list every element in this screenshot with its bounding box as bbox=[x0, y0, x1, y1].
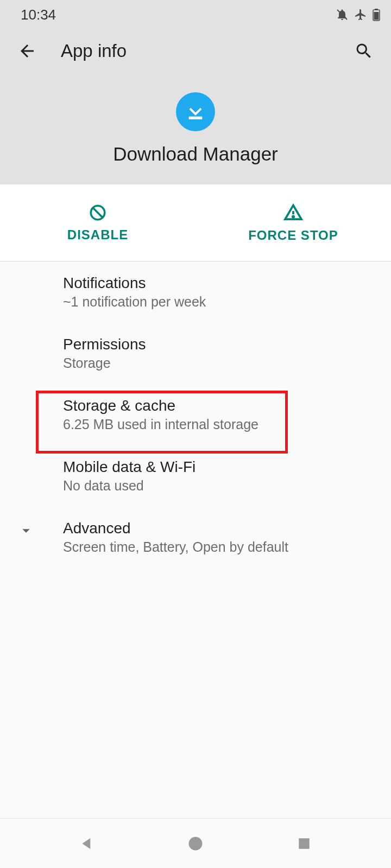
item-title: Advanced bbox=[63, 520, 380, 537]
item-title: Permissions bbox=[63, 336, 380, 353]
svg-rect-3 bbox=[374, 12, 379, 20]
item-title: Storage & cache bbox=[63, 397, 380, 414]
header-area: 10:34 App info Download Manager bbox=[0, 0, 391, 184]
list-item-storage[interactable]: Storage & cache 6.25 MB used in internal… bbox=[0, 384, 391, 445]
search-icon bbox=[354, 41, 374, 61]
status-time: 10:34 bbox=[11, 7, 56, 23]
force-stop-button[interactable]: FORCE STOP bbox=[195, 184, 391, 261]
disable-button[interactable]: DISABLE bbox=[0, 184, 195, 261]
status-bar: 10:34 bbox=[0, 0, 391, 29]
item-sub: No data used bbox=[63, 478, 380, 494]
action-row: DISABLE FORCE STOP bbox=[0, 184, 391, 261]
item-sub: Storage bbox=[63, 355, 380, 371]
warning-icon bbox=[283, 203, 303, 222]
disable-icon bbox=[89, 203, 107, 222]
item-title: Notifications bbox=[63, 275, 380, 292]
item-sub: ~1 notification per week bbox=[63, 294, 380, 310]
arrow-left-icon bbox=[17, 41, 37, 61]
nav-home-button[interactable] bbox=[179, 827, 212, 860]
disable-label: DISABLE bbox=[67, 227, 128, 242]
list-item-permissions[interactable]: Permissions Storage bbox=[0, 323, 391, 384]
app-hero: Download Manager bbox=[0, 73, 391, 184]
force-stop-label: FORCE STOP bbox=[248, 228, 338, 243]
square-recent-icon bbox=[297, 837, 311, 851]
item-sub: Screen time, Battery, Open by default bbox=[63, 539, 380, 555]
app-icon bbox=[176, 92, 215, 131]
mute-icon bbox=[336, 8, 349, 21]
page-title: App info bbox=[61, 41, 351, 61]
nav-back-button[interactable] bbox=[71, 827, 103, 860]
search-button[interactable] bbox=[351, 38, 377, 64]
chevron-down-icon bbox=[17, 522, 35, 541]
svg-point-9 bbox=[189, 837, 203, 850]
list-item-data[interactable]: Mobile data & Wi-Fi No data used bbox=[0, 445, 391, 507]
nav-recent-button[interactable] bbox=[288, 827, 320, 860]
navigation-bar bbox=[0, 818, 391, 868]
svg-rect-2 bbox=[375, 9, 378, 10]
svg-line-6 bbox=[93, 207, 103, 217]
top-bar: App info bbox=[0, 29, 391, 73]
svg-point-8 bbox=[293, 216, 294, 217]
back-button[interactable] bbox=[14, 38, 40, 64]
settings-list: Notifications ~1 notification per week P… bbox=[0, 261, 391, 568]
list-item-notifications[interactable]: Notifications ~1 notification per week bbox=[0, 261, 391, 323]
status-icons bbox=[336, 8, 380, 21]
item-sub: 6.25 MB used in internal storage bbox=[63, 417, 380, 432]
svg-rect-10 bbox=[299, 838, 310, 849]
download-icon bbox=[184, 100, 207, 123]
app-name: Download Manager bbox=[113, 143, 278, 165]
circle-home-icon bbox=[187, 835, 204, 852]
airplane-icon bbox=[354, 8, 367, 21]
triangle-back-icon bbox=[79, 835, 95, 852]
list-item-advanced[interactable]: Advanced Screen time, Battery, Open by d… bbox=[0, 507, 391, 568]
battery-icon bbox=[373, 8, 380, 21]
svg-rect-4 bbox=[189, 117, 203, 119]
item-title: Mobile data & Wi-Fi bbox=[63, 458, 380, 476]
